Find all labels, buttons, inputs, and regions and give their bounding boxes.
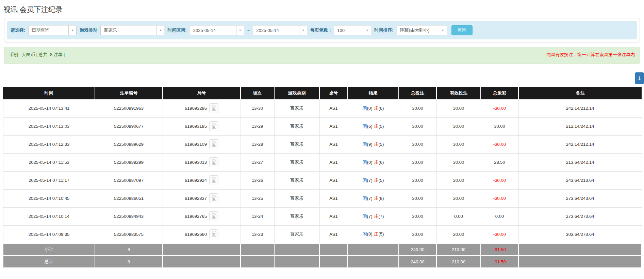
cell-table-no: AS1 [319, 225, 348, 243]
cell-bet-id: 522500886051 [95, 189, 163, 207]
round-id-value: 619692924 [185, 178, 207, 183]
chevron-down-icon[interactable]: ▼ [439, 25, 447, 35]
cell-game-type: 百家乐 [274, 171, 319, 189]
cell-total-bet[interactable]: 30.00 [399, 171, 436, 189]
sort-select[interactable]: 降冪(由大到小) ▼ [397, 25, 447, 35]
video-replay-button[interactable] [209, 103, 218, 113]
cell-table-no: AS1 [319, 189, 348, 207]
cell-round-id: 619693185 [163, 117, 241, 135]
date-to-select[interactable]: 2025-05-14 ▼ [253, 25, 307, 35]
video-replay-button[interactable] [209, 121, 218, 131]
time-range-label: 时间区间: [167, 27, 186, 33]
banker-result-score: (5) [379, 178, 384, 183]
page-size-select[interactable]: 100 ▼ [334, 25, 371, 35]
video-file-icon [211, 159, 217, 166]
cell-total-bet[interactable]: 30.00 [399, 207, 436, 225]
date-from-select[interactable]: 2025-05-14 ▼ [190, 25, 244, 35]
round-id-value: 619692660 [185, 232, 207, 237]
table-row: 2025-05-14 07:12:33 522500889629 6196931… [3, 135, 642, 153]
player-result-label: 闲 [363, 160, 367, 165]
query-type-select[interactable]: 日期查询 ▼ [28, 25, 77, 35]
cell-bet-id: 522500883575 [95, 225, 163, 243]
subtotal-total-bet: 240.00 [399, 243, 436, 256]
player-result-score: (7) [367, 178, 373, 183]
player-result-label: 闲 [363, 142, 367, 147]
cell-total-bet[interactable]: 30.00 [399, 117, 436, 135]
table-row: 2025-05-14 07:10:45 522500886051 6196928… [3, 189, 642, 207]
cell-total-bet[interactable]: 30.00 [399, 153, 436, 171]
banker-result-score: (6) [379, 160, 384, 165]
col-session: 场次 [241, 87, 274, 99]
cell-time: 2025-05-14 07:10:14 [3, 207, 95, 225]
player-result-score: (9) [367, 142, 373, 147]
col-time: 时间 [3, 87, 95, 99]
chevron-down-icon[interactable]: ▼ [68, 25, 76, 35]
cell-bet-id: 522500889629 [95, 135, 163, 153]
table-row: 2025-05-14 07:10:14 522500884943 6196927… [3, 207, 642, 225]
cell-total-bet[interactable]: 30.00 [399, 135, 436, 153]
page-size-label: 每页笔数 : [310, 27, 331, 33]
cell-total-bet[interactable]: 30.00 [399, 99, 436, 117]
cell-time: 2025-05-14 07:12:33 [3, 135, 95, 153]
cell-bet-id: 522500884943 [95, 207, 163, 225]
video-replay-button[interactable] [209, 211, 218, 221]
page-1-button[interactable]: 1 [635, 72, 644, 84]
cell-session: 13-30 [241, 99, 274, 117]
chevron-down-icon[interactable]: ▼ [156, 25, 164, 35]
cell-table-no: AS1 [319, 99, 348, 117]
cell-payout: 28.50 [481, 153, 518, 171]
search-button[interactable]: 查询 [451, 25, 473, 35]
video-replay-button[interactable] [209, 175, 218, 185]
cell-game-type: 百家乐 [274, 189, 319, 207]
video-replay-button[interactable] [209, 157, 218, 167]
round-id-value: 619692765 [185, 214, 207, 219]
cell-total-bet[interactable]: 30.00 [399, 225, 436, 243]
cell-session: 13-29 [241, 117, 274, 135]
player-result-score: (0) [367, 106, 373, 111]
banker-result-label: 庄 [374, 231, 379, 237]
video-file-icon [211, 231, 217, 238]
grand-total-payout: -91.50 [481, 256, 518, 268]
cell-payout: -30.00 [481, 99, 518, 117]
cell-session: 13-23 [241, 225, 274, 243]
subtotal-payout: -91.50 [481, 243, 518, 256]
cell-result: 闲(7)庄(8) [348, 189, 399, 207]
game-type-label: 游戏类别 [80, 27, 97, 33]
pagination: 1 [0, 72, 644, 84]
video-file-icon [211, 195, 217, 202]
game-type-select[interactable]: 百家乐 ▼ [100, 25, 164, 35]
cell-valid-bet: 30.00 [436, 99, 481, 117]
chevron-down-icon[interactable]: ▼ [299, 25, 307, 35]
records-table: 时间 注单编号 局号 场次 游戏类别 桌号 结果 总投注 有效投注 总派彩 备注… [3, 87, 642, 268]
cell-round-id: 619693109 [163, 135, 241, 153]
cell-session: 13-25 [241, 189, 274, 207]
game-type-value: 百家乐 [101, 25, 156, 35]
chevron-down-icon[interactable]: ▼ [363, 25, 371, 35]
video-file-icon [211, 177, 217, 184]
cell-total-bet[interactable]: 30.00 [399, 189, 436, 207]
currency-total-text: 币别 : 人民币 | 总共 :8 注单 | [9, 52, 65, 64]
cell-session: 13-26 [241, 171, 274, 189]
video-file-icon [211, 213, 217, 220]
cell-remark: 273.64/243.64 [518, 189, 642, 207]
subtotal-count: 8 [95, 243, 163, 256]
video-replay-button[interactable] [209, 229, 218, 239]
query-type-label: 请选择: [11, 27, 25, 33]
player-result-label: 闲 [363, 231, 367, 237]
player-result-score: (8) [367, 231, 373, 237]
round-id-value: 619693109 [185, 142, 207, 147]
player-result-score: (7) [367, 196, 373, 201]
grand-total-label: 总计 [3, 256, 95, 268]
table-row: 2025-05-14 07:11:17 522500887097 6196929… [3, 171, 642, 189]
cell-time: 2025-05-14 07:11:17 [3, 171, 95, 189]
cell-result: 闲(0)庄(6) [348, 153, 399, 171]
col-game-type: 游戏类别 [274, 87, 319, 99]
cell-time: 2025-05-14 07:13:03 [3, 117, 95, 135]
video-replay-button[interactable] [209, 139, 218, 149]
video-replay-button[interactable] [209, 193, 218, 203]
banker-result-score: (5) [379, 142, 384, 147]
cell-time: 2025-05-14 07:10:45 [3, 189, 95, 207]
chevron-down-icon[interactable]: ▼ [236, 25, 244, 35]
cell-payout: -30.00 [481, 135, 518, 153]
cell-payout: 0.00 [481, 207, 518, 225]
